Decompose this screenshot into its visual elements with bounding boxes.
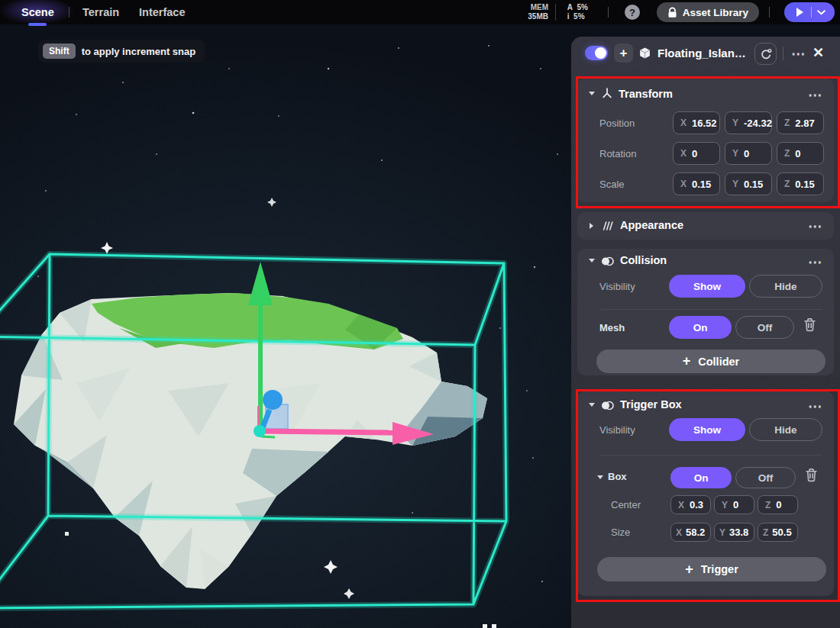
scale-y-field[interactable]: Y0.15 — [725, 172, 772, 195]
trigger-more-button[interactable]: ⋯ — [808, 403, 823, 411]
transform-title: Transform — [619, 88, 673, 100]
tab-scene[interactable]: Scene — [21, 0, 54, 24]
inspector-panel: + Floating_Islan… ⋯ ✕ Transform ⋯ Positi… — [571, 37, 840, 628]
position-y-field[interactable]: Y-24.32 — [725, 111, 772, 134]
box-label: Box — [608, 471, 627, 482]
plus-icon: + — [685, 562, 693, 578]
trigger-box-title: Trigger Box — [620, 398, 682, 411]
tab-terrain-label: Terrain — [82, 6, 119, 18]
topbar-divider-2 — [769, 7, 770, 18]
size-z-field[interactable]: Z50.5 — [758, 523, 798, 542]
help-button[interactable]: ? — [625, 5, 640, 20]
a-stat-value: 5% — [577, 3, 588, 11]
rotation-label: Rotation — [599, 148, 636, 159]
transform-collapse-chevron[interactable] — [589, 92, 595, 95]
scale-label: Scale — [599, 179, 625, 190]
plus-icon: + — [620, 46, 628, 61]
gizmo-origin[interactable] — [254, 425, 266, 437]
collision-collapse-chevron[interactable] — [589, 259, 595, 262]
tab-terrain[interactable]: Terrain — [82, 0, 119, 24]
box-on-button[interactable]: On — [670, 467, 732, 488]
rotation-x-field[interactable]: X0 — [673, 142, 720, 165]
appearance-expand-chevron[interactable] — [590, 223, 593, 229]
close-panel-button[interactable]: ✕ — [813, 44, 824, 61]
collision-divider — [599, 309, 822, 310]
box-collapse-chevron[interactable] — [597, 475, 603, 479]
asset-library-label: Asset Library — [683, 7, 748, 18]
trigger-box-section: Trigger Box ⋯ Visibility Show Hide Box O… — [577, 391, 834, 596]
mesh-delete-icon[interactable] — [803, 317, 816, 332]
rotation-y-field[interactable]: Y0 — [725, 142, 772, 165]
object-cube-icon — [638, 47, 651, 60]
toggle-knob — [595, 47, 606, 59]
position-label: Position — [599, 118, 635, 129]
axis-z-label: Z — [784, 118, 790, 128]
add-collider-button[interactable]: + Collider — [596, 349, 825, 373]
add-component-button[interactable]: + — [614, 43, 633, 63]
y-axis-arrowhead[interactable] — [248, 262, 273, 305]
scale-z-field[interactable]: Z0.15 — [777, 172, 824, 195]
transform-icon — [601, 87, 613, 99]
scale-x-field[interactable]: X0.15 — [673, 172, 720, 195]
chevron-down-icon[interactable] — [817, 10, 825, 15]
top-bar: Scene Terrain Interface MEM 35MB A 5% i … — [0, 0, 840, 24]
collision-visibility-label: Visibility — [599, 281, 635, 292]
trigger-divider — [599, 455, 822, 456]
stats-divider — [555, 4, 556, 21]
mesh-off-button[interactable]: Off — [735, 316, 794, 339]
trigger-box-icon — [600, 400, 615, 411]
box-delete-icon[interactable] — [805, 468, 818, 482]
mesh-on-button[interactable]: On — [669, 316, 732, 339]
topbar-divider-1 — [608, 7, 609, 18]
tab-interface[interactable]: Interface — [139, 0, 185, 24]
rotation-z-field[interactable]: Z0 — [777, 142, 824, 165]
collision-more-button[interactable]: ⋯ — [808, 259, 823, 266]
editor-screen: Scene Terrain Interface MEM 35MB A 5% i … — [0, 0, 840, 628]
box-off-button[interactable]: Off — [735, 467, 796, 488]
trigger-show-button[interactable]: Show — [669, 418, 745, 441]
center-x-field[interactable]: X0.3 — [670, 495, 711, 514]
trigger-hide-button[interactable]: Hide — [749, 418, 822, 441]
object-settings-button[interactable] — [754, 43, 777, 65]
gear-icon — [759, 47, 773, 61]
appearance-title: Appearance — [620, 219, 683, 231]
center-z-field[interactable]: Z0 — [758, 495, 798, 514]
trigger-collapse-chevron[interactable] — [589, 403, 595, 407]
transform-section: Transform ⋯ Position X16.52 Y-24.32 Z2.8… — [577, 79, 834, 202]
asset-library-button[interactable]: Asset Library — [657, 2, 759, 22]
i-stat-value: 5% — [573, 12, 584, 21]
transform-more-button[interactable]: ⋯ — [808, 92, 823, 99]
axis-y-label: Y — [732, 118, 738, 128]
mesh-label: Mesh — [599, 322, 625, 333]
collision-hide-button[interactable]: Hide — [749, 275, 822, 298]
object-enabled-toggle[interactable] — [585, 46, 608, 60]
collision-icon — [600, 256, 615, 267]
help-icon: ? — [629, 7, 635, 18]
axis-x-label: X — [680, 118, 687, 128]
collision-section: Collision ⋯ Visibility Show Hide Mesh On… — [577, 249, 834, 375]
header-divider — [783, 47, 783, 60]
lock-icon — [667, 7, 677, 18]
position-x-field[interactable]: X16.52 — [673, 111, 720, 134]
size-x-field[interactable]: X58.2 — [670, 523, 711, 542]
z-axis-ball-handle[interactable] — [263, 390, 283, 410]
x-axis-arrow[interactable] — [263, 431, 396, 433]
object-title: Floating_Islan… — [657, 47, 751, 60]
appearance-more-button[interactable]: ⋯ — [808, 223, 823, 230]
play-button[interactable] — [784, 2, 835, 22]
appearance-section: Appearance ⋯ — [577, 212, 834, 240]
position-z-field[interactable]: Z2.87 — [777, 111, 824, 134]
collision-show-button[interactable]: Show — [669, 275, 745, 298]
i-stat-label: i — [567, 12, 570, 21]
size-y-field[interactable]: Y33.8 — [714, 523, 754, 542]
snap-tooltip-text: to apply increment snap — [82, 46, 196, 57]
tab-interface-label: Interface — [139, 6, 185, 18]
size-label: Size — [611, 527, 630, 538]
center-y-field[interactable]: Y0 — [714, 495, 754, 514]
memory-label: MEM — [531, 3, 548, 11]
play-icon — [796, 8, 803, 17]
play-separator — [811, 7, 812, 18]
memory-stat: MEM 35MB — [528, 3, 548, 21]
panel-more-button[interactable]: ⋯ — [791, 50, 806, 58]
add-trigger-button[interactable]: + Trigger — [597, 557, 826, 581]
